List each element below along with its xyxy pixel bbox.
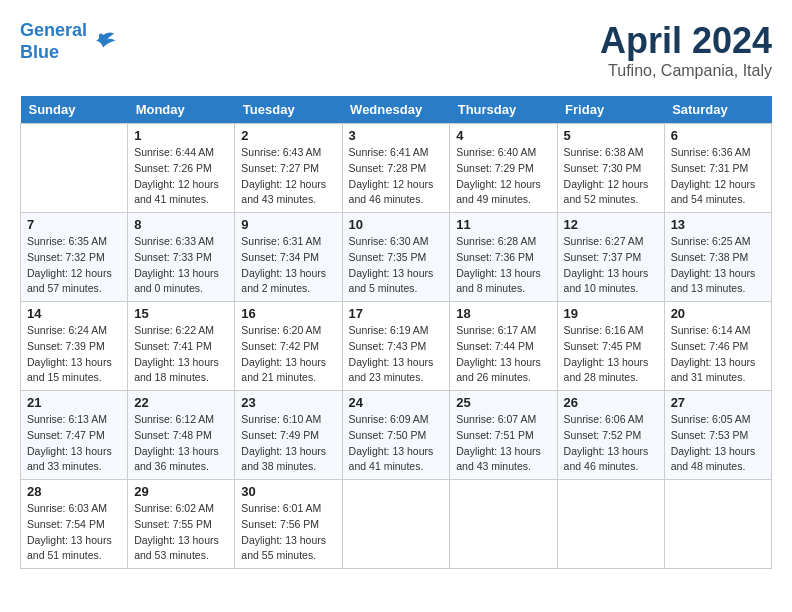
calendar-cell: 12 Sunrise: 6:27 AM Sunset: 7:37 PM Dayl…: [557, 213, 664, 302]
daylight-text: Daylight: 13 hours and 36 minutes.: [134, 445, 219, 473]
day-of-week-header: Tuesday: [235, 96, 342, 124]
calendar-cell: 16 Sunrise: 6:20 AM Sunset: 7:42 PM Dayl…: [235, 302, 342, 391]
sunrise-text: Sunrise: 6:41 AM: [349, 146, 429, 158]
sunset-text: Sunset: 7:38 PM: [671, 251, 749, 263]
sunrise-text: Sunrise: 6:24 AM: [27, 324, 107, 336]
sunset-text: Sunset: 7:39 PM: [27, 340, 105, 352]
calendar-cell: 9 Sunrise: 6:31 AM Sunset: 7:34 PM Dayli…: [235, 213, 342, 302]
daylight-text: Daylight: 13 hours and 31 minutes.: [671, 356, 756, 384]
daylight-text: Daylight: 13 hours and 55 minutes.: [241, 534, 326, 562]
calendar-cell: 20 Sunrise: 6:14 AM Sunset: 7:46 PM Dayl…: [664, 302, 771, 391]
sunset-text: Sunset: 7:49 PM: [241, 429, 319, 441]
day-number: 4: [456, 128, 550, 143]
calendar-cell: 6 Sunrise: 6:36 AM Sunset: 7:31 PM Dayli…: [664, 124, 771, 213]
daylight-text: Daylight: 13 hours and 46 minutes.: [564, 445, 649, 473]
day-number: 15: [134, 306, 228, 321]
calendar-cell: 27 Sunrise: 6:05 AM Sunset: 7:53 PM Dayl…: [664, 391, 771, 480]
day-info: Sunrise: 6:31 AM Sunset: 7:34 PM Dayligh…: [241, 234, 335, 297]
sunset-text: Sunset: 7:28 PM: [349, 162, 427, 174]
sunrise-text: Sunrise: 6:33 AM: [134, 235, 214, 247]
sunset-text: Sunset: 7:35 PM: [349, 251, 427, 263]
sunrise-text: Sunrise: 6:35 AM: [27, 235, 107, 247]
sunrise-text: Sunrise: 6:22 AM: [134, 324, 214, 336]
daylight-text: Daylight: 13 hours and 51 minutes.: [27, 534, 112, 562]
sunrise-text: Sunrise: 6:36 AM: [671, 146, 751, 158]
sunset-text: Sunset: 7:34 PM: [241, 251, 319, 263]
sunset-text: Sunset: 7:51 PM: [456, 429, 534, 441]
calendar-week-row: 28 Sunrise: 6:03 AM Sunset: 7:54 PM Dayl…: [21, 480, 772, 569]
day-of-week-header: Sunday: [21, 96, 128, 124]
calendar-week-row: 7 Sunrise: 6:35 AM Sunset: 7:32 PM Dayli…: [21, 213, 772, 302]
day-number: 6: [671, 128, 765, 143]
daylight-text: Daylight: 12 hours and 57 minutes.: [27, 267, 112, 295]
daylight-text: Daylight: 13 hours and 5 minutes.: [349, 267, 434, 295]
sunset-text: Sunset: 7:48 PM: [134, 429, 212, 441]
sunrise-text: Sunrise: 6:03 AM: [27, 502, 107, 514]
sunrise-text: Sunrise: 6:30 AM: [349, 235, 429, 247]
calendar-cell: 11 Sunrise: 6:28 AM Sunset: 7:36 PM Dayl…: [450, 213, 557, 302]
day-info: Sunrise: 6:05 AM Sunset: 7:53 PM Dayligh…: [671, 412, 765, 475]
day-info: Sunrise: 6:02 AM Sunset: 7:55 PM Dayligh…: [134, 501, 228, 564]
calendar-subtitle: Tufino, Campania, Italy: [600, 62, 772, 80]
daylight-text: Daylight: 12 hours and 43 minutes.: [241, 178, 326, 206]
calendar-cell: 30 Sunrise: 6:01 AM Sunset: 7:56 PM Dayl…: [235, 480, 342, 569]
sunset-text: Sunset: 7:37 PM: [564, 251, 642, 263]
daylight-text: Daylight: 13 hours and 2 minutes.: [241, 267, 326, 295]
day-info: Sunrise: 6:43 AM Sunset: 7:27 PM Dayligh…: [241, 145, 335, 208]
day-info: Sunrise: 6:20 AM Sunset: 7:42 PM Dayligh…: [241, 323, 335, 386]
daylight-text: Daylight: 13 hours and 21 minutes.: [241, 356, 326, 384]
daylight-text: Daylight: 13 hours and 23 minutes.: [349, 356, 434, 384]
sunset-text: Sunset: 7:26 PM: [134, 162, 212, 174]
day-number: 10: [349, 217, 444, 232]
day-number: 17: [349, 306, 444, 321]
daylight-text: Daylight: 12 hours and 49 minutes.: [456, 178, 541, 206]
day-number: 13: [671, 217, 765, 232]
day-info: Sunrise: 6:22 AM Sunset: 7:41 PM Dayligh…: [134, 323, 228, 386]
sunrise-text: Sunrise: 6:43 AM: [241, 146, 321, 158]
sunset-text: Sunset: 7:50 PM: [349, 429, 427, 441]
page-header: GeneralBlue April 2024 Tufino, Campania,…: [20, 20, 772, 80]
sunset-text: Sunset: 7:31 PM: [671, 162, 749, 174]
calendar-cell: [342, 480, 450, 569]
sunrise-text: Sunrise: 6:20 AM: [241, 324, 321, 336]
daylight-text: Daylight: 12 hours and 41 minutes.: [134, 178, 219, 206]
day-info: Sunrise: 6:41 AM Sunset: 7:28 PM Dayligh…: [349, 145, 444, 208]
day-info: Sunrise: 6:36 AM Sunset: 7:31 PM Dayligh…: [671, 145, 765, 208]
sunrise-text: Sunrise: 6:01 AM: [241, 502, 321, 514]
calendar-cell: 22 Sunrise: 6:12 AM Sunset: 7:48 PM Dayl…: [128, 391, 235, 480]
day-of-week-header: Saturday: [664, 96, 771, 124]
sunrise-text: Sunrise: 6:31 AM: [241, 235, 321, 247]
day-number: 26: [564, 395, 658, 410]
daylight-text: Daylight: 13 hours and 13 minutes.: [671, 267, 756, 295]
day-number: 24: [349, 395, 444, 410]
sunset-text: Sunset: 7:43 PM: [349, 340, 427, 352]
daylight-text: Daylight: 12 hours and 46 minutes.: [349, 178, 434, 206]
day-info: Sunrise: 6:10 AM Sunset: 7:49 PM Dayligh…: [241, 412, 335, 475]
calendar-week-row: 1 Sunrise: 6:44 AM Sunset: 7:26 PM Dayli…: [21, 124, 772, 213]
day-number: 14: [27, 306, 121, 321]
day-info: Sunrise: 6:03 AM Sunset: 7:54 PM Dayligh…: [27, 501, 121, 564]
calendar-cell: 24 Sunrise: 6:09 AM Sunset: 7:50 PM Dayl…: [342, 391, 450, 480]
sunset-text: Sunset: 7:33 PM: [134, 251, 212, 263]
day-info: Sunrise: 6:14 AM Sunset: 7:46 PM Dayligh…: [671, 323, 765, 386]
day-number: 22: [134, 395, 228, 410]
day-info: Sunrise: 6:44 AM Sunset: 7:26 PM Dayligh…: [134, 145, 228, 208]
sunset-text: Sunset: 7:27 PM: [241, 162, 319, 174]
header-row: SundayMondayTuesdayWednesdayThursdayFrid…: [21, 96, 772, 124]
sunrise-text: Sunrise: 6:12 AM: [134, 413, 214, 425]
day-of-week-header: Monday: [128, 96, 235, 124]
calendar-cell: 8 Sunrise: 6:33 AM Sunset: 7:33 PM Dayli…: [128, 213, 235, 302]
calendar-cell: 4 Sunrise: 6:40 AM Sunset: 7:29 PM Dayli…: [450, 124, 557, 213]
calendar-cell: [664, 480, 771, 569]
sunset-text: Sunset: 7:30 PM: [564, 162, 642, 174]
day-of-week-header: Thursday: [450, 96, 557, 124]
day-info: Sunrise: 6:40 AM Sunset: 7:29 PM Dayligh…: [456, 145, 550, 208]
day-number: 19: [564, 306, 658, 321]
day-number: 7: [27, 217, 121, 232]
daylight-text: Daylight: 13 hours and 10 minutes.: [564, 267, 649, 295]
calendar-cell: 23 Sunrise: 6:10 AM Sunset: 7:49 PM Dayl…: [235, 391, 342, 480]
calendar-cell: 28 Sunrise: 6:03 AM Sunset: 7:54 PM Dayl…: [21, 480, 128, 569]
day-info: Sunrise: 6:01 AM Sunset: 7:56 PM Dayligh…: [241, 501, 335, 564]
sunset-text: Sunset: 7:32 PM: [27, 251, 105, 263]
daylight-text: Daylight: 12 hours and 52 minutes.: [564, 178, 649, 206]
